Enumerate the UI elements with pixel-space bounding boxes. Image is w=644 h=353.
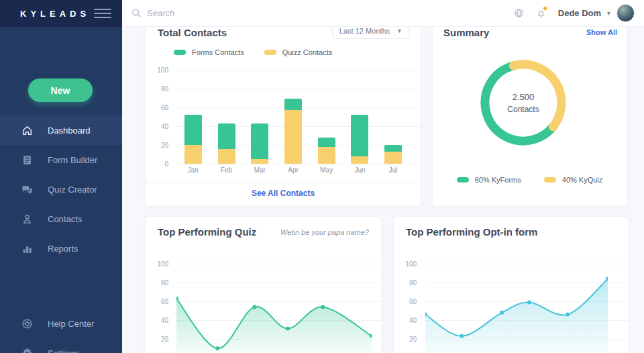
user-menu[interactable]: Dede Dom ▼ xyxy=(558,4,635,22)
sidebar-item-label: Form Builder xyxy=(48,155,97,165)
sidebar-item-help-center[interactable]: Help Center xyxy=(0,309,122,338)
y-tick-label: 100 xyxy=(146,66,168,74)
legend-quizz-contacts: Quizz Contacts xyxy=(264,48,333,56)
bar-chart-legend: Forms Contacts Quizz Contacts xyxy=(174,48,332,56)
total-contacts-card: Total Contacts Last 12 Months ▼ Forms Co… xyxy=(145,27,421,207)
x-tick-label: Jul xyxy=(376,166,410,174)
bar-chart-x-labels: JanFebMarAprMayJunJul xyxy=(176,166,410,174)
sidebar-item-dashboard[interactable]: Dashboard xyxy=(0,115,122,145)
sidebar-item-label: Contacts xyxy=(48,214,82,224)
card-title: Summary xyxy=(443,27,489,38)
bar-segment-forms xyxy=(351,115,368,156)
y-tick-label: 40 xyxy=(146,317,168,324)
sidebar-item-label: Help Center xyxy=(48,319,94,329)
legend-label: Quizz Contacts xyxy=(282,48,333,56)
search-bar xyxy=(122,8,514,18)
donut-center-text: 2.500 Contacts xyxy=(480,59,567,146)
bar-chart-icon xyxy=(21,243,33,254)
sidebar-item-label: Quiz Creator xyxy=(48,185,97,195)
contacts-count: 2.500 xyxy=(513,92,535,102)
y-tick-label: 60 xyxy=(146,104,168,111)
y-tick-label: 20 xyxy=(146,142,168,149)
bar-segment-forms xyxy=(384,145,402,152)
see-all-contacts-link[interactable]: See All Contacts xyxy=(252,189,315,198)
bell-icon[interactable] xyxy=(536,8,546,18)
y-tick-label: 0 xyxy=(146,160,168,168)
bar-column xyxy=(376,70,410,164)
legend-swatch-yellow xyxy=(264,50,276,55)
y-tick-label: 60 xyxy=(394,298,417,305)
hamburger-menu-icon[interactable] xyxy=(94,6,111,21)
person-icon xyxy=(21,213,33,225)
x-tick-label: Apr xyxy=(276,166,310,174)
search-input[interactable] xyxy=(147,8,308,18)
card-title: Top Performing Opt-in form xyxy=(406,226,537,238)
legend-label: 40% KyQuiz xyxy=(562,176,603,184)
y-tick-label: 80 xyxy=(394,279,417,287)
sidebar-footer: Help Center Settings xyxy=(0,309,122,353)
avatar[interactable] xyxy=(616,4,635,22)
contacts-label: Contacts xyxy=(507,105,539,114)
bar-segment-quizz xyxy=(184,145,202,164)
sidebar-item-quiz-creator[interactable]: Quiz Creator xyxy=(0,174,122,204)
legend-label: 60% KyForms xyxy=(475,176,521,184)
chevron-down-icon: ▼ xyxy=(606,10,612,17)
user-name: Dede Dom xyxy=(558,8,601,18)
help-icon xyxy=(21,318,33,330)
sidebar-item-label: Reports xyxy=(48,244,78,254)
donut-legend: 60% KyForms 40% KyQuiz xyxy=(433,176,627,184)
bar-column xyxy=(210,70,244,164)
legend-forms-contacts: Forms Contacts xyxy=(174,48,244,56)
bar-column xyxy=(176,70,210,164)
sidebar-item-label: Settings xyxy=(48,348,79,353)
legend-swatch-green xyxy=(457,177,469,183)
y-tick-label: 20 xyxy=(394,336,417,343)
bar-segment-forms xyxy=(318,138,335,147)
stacked-bar-chart xyxy=(176,70,410,164)
y-tick-label: 60 xyxy=(146,298,168,305)
form-icon xyxy=(21,154,33,166)
summary-card: Summary Show All 2.500 Contacts 60% KyFo… xyxy=(432,27,627,207)
chat-icon xyxy=(21,184,33,195)
bar-segment-forms xyxy=(218,123,235,149)
chevron-down-icon: ▼ xyxy=(396,28,402,34)
bar-segment-forms xyxy=(184,115,202,145)
bar-segment-quizz xyxy=(384,152,402,164)
bar-column xyxy=(310,70,343,164)
sidebar: KYLEADS New Dashboard Form Builder Quiz … xyxy=(0,0,122,353)
sidebar-item-settings[interactable]: Settings xyxy=(0,338,122,353)
topbar: Dede Dom ▼ xyxy=(122,0,644,27)
bar-segment-quizz xyxy=(218,149,235,164)
donut-chart: 2.500 Contacts xyxy=(480,59,567,146)
bar-segment-quizz xyxy=(318,147,335,164)
card-title: Top Performing Quiz xyxy=(158,226,256,238)
gear-icon xyxy=(21,348,33,353)
new-button[interactable]: New xyxy=(28,79,93,102)
y-tick-label: 100 xyxy=(394,260,417,268)
gridline xyxy=(176,164,421,164)
legend-kyforms: 60% KyForms xyxy=(457,176,521,184)
sidebar-logo-band: KYLEADS xyxy=(0,0,122,27)
x-tick-label: Feb xyxy=(210,166,244,174)
bar-column xyxy=(243,70,276,164)
card-title: Total Contacts xyxy=(158,27,227,38)
sidebar-item-contacts[interactable]: Contacts xyxy=(0,204,122,234)
sidebar-item-form-builder[interactable]: Form Builder xyxy=(0,145,122,174)
bar-segment-quizz xyxy=(351,156,368,164)
show-all-link[interactable]: Show All xyxy=(586,28,617,36)
sidebar-item-reports[interactable]: Reports xyxy=(0,234,122,263)
globe-icon[interactable] xyxy=(514,8,524,18)
x-tick-label: Mar xyxy=(243,166,276,174)
x-tick-label: May xyxy=(310,166,343,174)
quiz-line-chart xyxy=(176,264,372,353)
legend-swatch-green xyxy=(174,50,186,55)
period-select-value: Last 12 Months xyxy=(339,27,390,35)
home-icon xyxy=(21,125,33,136)
x-tick-label: Jun xyxy=(343,166,377,174)
legend-swatch-yellow xyxy=(544,177,556,183)
bar-column xyxy=(343,70,377,164)
bar-segment-quizz xyxy=(251,159,268,164)
y-tick-label: 40 xyxy=(394,317,417,324)
bar-segment-forms xyxy=(251,123,268,159)
topbar-actions: Dede Dom ▼ xyxy=(514,4,644,22)
